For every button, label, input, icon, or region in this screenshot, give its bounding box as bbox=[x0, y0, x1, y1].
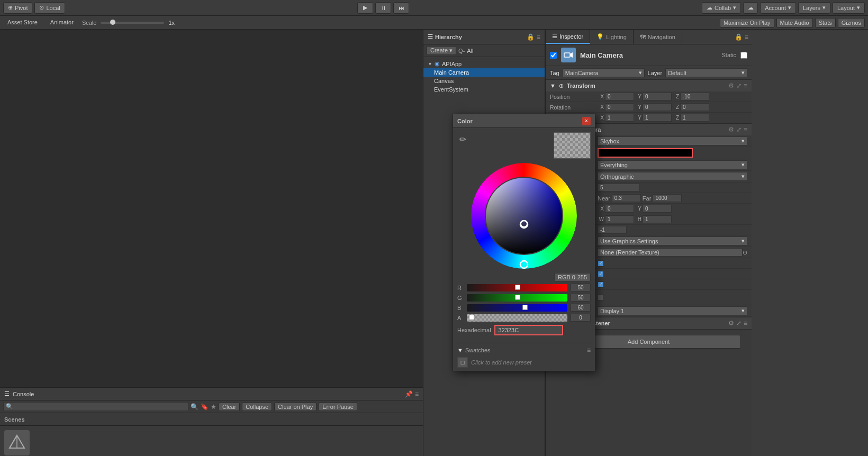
scene-viewport[interactable] bbox=[0, 30, 423, 387]
g-value-input[interactable] bbox=[571, 294, 591, 302]
transform-header[interactable]: ▼ ⊕ Transform ⚙ ⤢ ≡ bbox=[546, 80, 752, 92]
add-preset-row[interactable]: □ Click to add new preset bbox=[457, 357, 591, 368]
static-checkbox[interactable] bbox=[740, 52, 747, 59]
a-value-input[interactable] bbox=[571, 314, 591, 322]
mute-audio-button[interactable]: Mute Audio bbox=[776, 18, 813, 28]
a-slider[interactable] bbox=[467, 314, 567, 322]
layout-button[interactable]: Layout ▾ bbox=[833, 2, 865, 14]
rgb-mode-button[interactable]: RGB 0-255 bbox=[554, 273, 591, 281]
clear-flags-dropdown[interactable]: Skybox ▾ bbox=[598, 136, 747, 145]
hierarchy-lock-icon[interactable]: 🔒 bbox=[527, 33, 535, 41]
scale-slider[interactable] bbox=[101, 22, 164, 24]
canvas-item[interactable]: Canvas bbox=[423, 77, 545, 85]
stats-button[interactable]: Stats bbox=[815, 18, 836, 28]
target-texture-browse-icon[interactable]: ⊙ bbox=[743, 249, 747, 256]
animator-tab[interactable]: Animator bbox=[46, 18, 78, 28]
scale-x-input[interactable] bbox=[605, 114, 634, 122]
vp-w-input[interactable] bbox=[605, 215, 634, 223]
inspector-lock-icon[interactable]: 🔒 bbox=[735, 33, 743, 41]
rotation-x-input[interactable] bbox=[605, 103, 634, 111]
gizmos-button[interactable]: Gizmos bbox=[838, 18, 865, 28]
b-thumb[interactable] bbox=[522, 305, 528, 310]
color-wheel[interactable] bbox=[471, 163, 577, 269]
culling-mask-dropdown[interactable]: Everything ▾ bbox=[598, 160, 747, 169]
bookmark-icon-btn[interactable]: 🔖 bbox=[201, 403, 209, 411]
r-thumb[interactable] bbox=[515, 285, 520, 290]
color-dialog-close-button[interactable]: × bbox=[582, 117, 591, 125]
inspector-tab[interactable]: ☰ Inspector bbox=[546, 30, 590, 44]
a-thumb[interactable] bbox=[469, 315, 474, 320]
projection-dropdown[interactable]: Orthographic ▾ bbox=[598, 172, 747, 181]
background-color-swatch[interactable] bbox=[598, 148, 693, 158]
vp-y-input[interactable] bbox=[643, 205, 672, 213]
scale-thumb[interactable] bbox=[110, 20, 115, 25]
tag-dropdown[interactable]: MainCamera ▾ bbox=[563, 68, 645, 77]
camera-expand-icon[interactable]: ⤢ bbox=[736, 126, 742, 133]
scene-panel[interactable]: ☰ Console 📌 ≡ 🔍 🔍 🔖 ★ Clear Collapse Cle… bbox=[0, 30, 423, 456]
add-preset-icon[interactable]: □ bbox=[457, 357, 468, 368]
vp-h-input[interactable] bbox=[643, 215, 672, 223]
clear-button[interactable]: Clear bbox=[219, 403, 240, 411]
rotation-z-input[interactable] bbox=[680, 103, 709, 111]
display-dropdown[interactable]: Display 1 ▾ bbox=[598, 306, 747, 315]
g-slider[interactable] bbox=[467, 294, 567, 302]
camera-settings-icon[interactable]: ⚙ bbox=[728, 126, 734, 133]
audio-listener-menu-icon[interactable]: ≡ bbox=[744, 320, 747, 327]
camera-menu-icon[interactable]: ≡ bbox=[744, 126, 747, 133]
msaa-checkbox[interactable]: ✓ bbox=[598, 281, 604, 288]
transform-settings-icon[interactable]: ⚙ bbox=[728, 82, 734, 89]
eyedropper-button[interactable]: ✏ bbox=[457, 132, 468, 147]
app-scene-icon[interactable]: App bbox=[4, 430, 30, 456]
color-wheel-container[interactable] bbox=[457, 163, 591, 269]
transform-menu-icon[interactable]: ≡ bbox=[744, 82, 747, 89]
step-button[interactable]: ⏭ bbox=[393, 2, 409, 14]
create-button[interactable]: Create ▾ bbox=[427, 46, 456, 55]
inspector-menu-icon[interactable]: ≡ bbox=[745, 33, 748, 41]
b-slider[interactable] bbox=[467, 304, 567, 312]
dynamic-resolution-checkbox[interactable] bbox=[598, 294, 604, 300]
pivot-button[interactable]: ⊕ Pivot bbox=[3, 2, 32, 14]
api-app-item[interactable]: ▼ ◉ APIApp bbox=[423, 59, 545, 68]
play-button[interactable]: ▶ bbox=[357, 2, 373, 14]
color-wheel-svg[interactable] bbox=[471, 163, 577, 269]
r-slider[interactable] bbox=[467, 284, 567, 291]
far-input[interactable] bbox=[653, 194, 682, 202]
local-button[interactable]: ⊙ Local bbox=[34, 2, 65, 14]
near-input[interactable] bbox=[612, 194, 641, 202]
layers-button[interactable]: Layers ▾ bbox=[798, 2, 830, 14]
console-menu-icon[interactable]: ≡ bbox=[415, 390, 419, 398]
target-texture-dropdown[interactable]: None (Render Texture) bbox=[598, 248, 743, 257]
position-z-input[interactable] bbox=[680, 93, 709, 101]
swatches-menu-icon[interactable]: ≡ bbox=[587, 346, 591, 354]
clear-on-play-button[interactable]: Clear on Play bbox=[274, 403, 317, 411]
scale-z-input[interactable] bbox=[680, 114, 709, 122]
audio-listener-settings-icon[interactable]: ⚙ bbox=[728, 320, 734, 327]
r-value-input[interactable] bbox=[571, 284, 591, 291]
component-enable-checkbox[interactable] bbox=[550, 52, 557, 59]
position-y-input[interactable] bbox=[643, 93, 672, 101]
lighting-tab[interactable]: 💡 Lighting bbox=[590, 30, 634, 44]
main-camera-item[interactable]: Main Camera bbox=[423, 68, 545, 77]
transform-expand-icon[interactable]: ⤢ bbox=[736, 82, 742, 89]
hdr-checkbox[interactable]: ✓ bbox=[598, 271, 604, 277]
vp-x-input[interactable] bbox=[605, 205, 634, 213]
navigation-tab[interactable]: 🗺 Navigation bbox=[634, 30, 682, 44]
hex-input[interactable] bbox=[494, 325, 563, 335]
star-icon-btn[interactable]: ★ bbox=[211, 403, 216, 411]
maximize-on-play-button[interactable]: Maximize On Play bbox=[720, 18, 774, 28]
position-x-input[interactable] bbox=[605, 93, 634, 101]
search-icon-btn[interactable]: 🔍 bbox=[191, 403, 198, 411]
collapse-button[interactable]: Collapse bbox=[242, 403, 272, 411]
g-thumb[interactable] bbox=[515, 295, 520, 300]
rotation-y-input[interactable] bbox=[643, 103, 672, 111]
search-box[interactable]: 🔍 bbox=[3, 402, 188, 411]
size-input[interactable] bbox=[598, 184, 640, 191]
rendering-path-dropdown[interactable]: Use Graphics Settings ▾ bbox=[598, 236, 747, 245]
pause-button[interactable]: ⏸ bbox=[375, 2, 391, 14]
asset-store-tab[interactable]: Asset Store bbox=[3, 18, 42, 28]
account-button[interactable]: Account ▾ bbox=[760, 2, 796, 14]
layer-dropdown[interactable]: Default ▾ bbox=[665, 68, 747, 77]
hierarchy-menu-icon[interactable]: ≡ bbox=[537, 33, 540, 41]
scale-y-input[interactable] bbox=[643, 114, 672, 122]
depth-input[interactable] bbox=[598, 226, 627, 234]
